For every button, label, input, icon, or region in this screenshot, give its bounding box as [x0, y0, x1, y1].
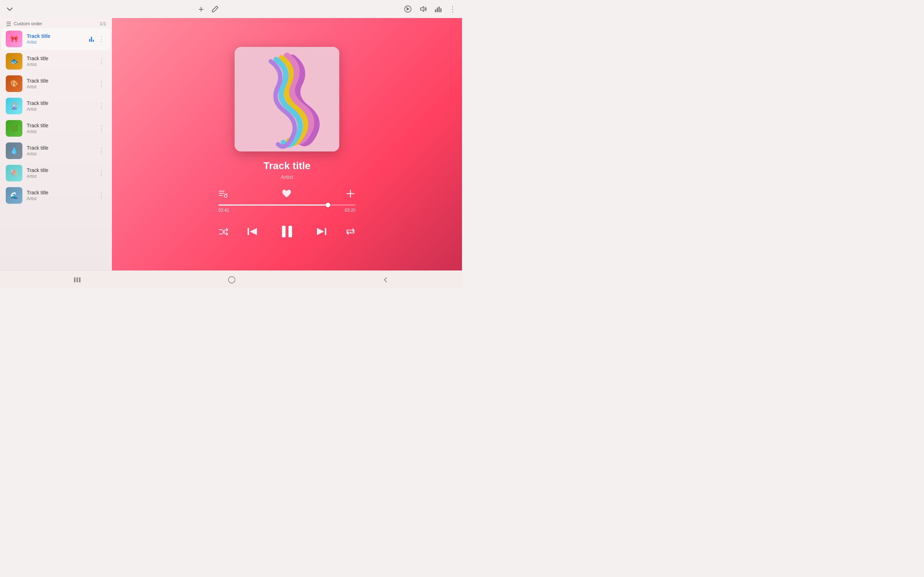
svg-rect-26 — [74, 277, 76, 282]
track-thumbnail: 💧 — [6, 142, 23, 159]
track-item[interactable]: 🐟 Track title Artist ⋮ — [2, 50, 110, 73]
track-info: Track title Artist — [27, 190, 97, 201]
track-artist: Artist — [27, 152, 97, 156]
add-track-button[interactable]: + — [198, 3, 204, 15]
track-title: Track title — [27, 145, 97, 151]
playing-bar — [89, 39, 90, 42]
track-more-button[interactable]: ⋮ — [97, 56, 106, 67]
shuffle-button[interactable] — [218, 227, 228, 235]
cast-button[interactable] — [404, 5, 412, 13]
more-options-button[interactable]: ⋮ — [449, 5, 456, 13]
svg-rect-28 — [79, 277, 81, 282]
svg-rect-7 — [440, 8, 441, 12]
track-item[interactable]: 🍭 Track title Artist ⋮ — [2, 162, 110, 184]
progress-bar-fill — [218, 205, 328, 206]
track-item[interactable]: 🌿 Track title Artist ⋮ — [2, 117, 110, 140]
track-title: Track title — [27, 33, 89, 39]
track-thumb-icon: 🎀 — [6, 31, 23, 47]
playlist-order: Custom order — [6, 21, 42, 26]
top-bar-right: ⋮ — [404, 5, 456, 13]
track-thumb-icon: 🌿 — [6, 120, 23, 137]
track-more-button[interactable]: ⋮ — [97, 78, 106, 89]
volume-button[interactable] — [419, 5, 427, 13]
track-thumb-icon: 🐟 — [6, 53, 23, 69]
player-panel: Track title Artist — [112, 18, 462, 271]
playlist-count: 1/1 — [100, 21, 106, 26]
track-artist: Artist — [27, 196, 97, 201]
play-pause-button[interactable] — [277, 221, 297, 242]
track-more-button[interactable]: ⋮ — [97, 123, 106, 134]
track-thumbnail: 🐟 — [6, 53, 23, 69]
svg-rect-23 — [325, 228, 326, 235]
track-thumb-icon: 🌊 — [6, 187, 23, 204]
total-time: 03:20 — [345, 208, 355, 213]
track-title: Track title — [27, 100, 97, 106]
svg-line-16 — [226, 193, 227, 194]
svg-marker-24 — [317, 228, 324, 235]
order-label: Custom order — [14, 21, 42, 26]
svg-rect-5 — [437, 8, 438, 12]
track-info: Track title Artist — [27, 122, 97, 134]
track-more-button[interactable]: ⋮ — [97, 190, 106, 201]
track-thumb-icon: 🍭 — [6, 165, 23, 181]
player-actions — [218, 189, 355, 199]
track-list[interactable]: 🎀 Track title Artist ⋮ 🐟 Track title Art… — [0, 28, 112, 271]
player-track-artist: Artist — [281, 174, 293, 180]
svg-point-29 — [228, 277, 235, 283]
playing-bar — [91, 37, 92, 42]
track-item[interactable]: 🎨 Track title Artist ⋮ — [2, 73, 110, 95]
svg-rect-22 — [288, 226, 292, 237]
track-info: Track title Artist — [27, 100, 97, 112]
playing-indicator — [89, 36, 94, 42]
progress-times: 02:41 03:20 — [218, 208, 355, 213]
menu-nav-button[interactable] — [73, 277, 81, 283]
svg-rect-6 — [439, 6, 439, 12]
svg-rect-27 — [76, 277, 78, 282]
track-item[interactable]: 🎀 Track title Artist ⋮ — [2, 28, 110, 50]
repeat-button[interactable]: A — [346, 227, 355, 236]
track-item[interactable]: 💧 Track title Artist ⋮ — [2, 140, 110, 162]
collapse-button[interactable] — [6, 5, 14, 13]
order-icon — [6, 21, 11, 26]
app-container: + — [0, 0, 462, 288]
track-item[interactable]: 🎡 Track title Artist ⋮ — [2, 95, 110, 117]
next-button[interactable] — [315, 226, 327, 237]
like-button[interactable] — [281, 189, 292, 198]
track-thumbnail: 🌿 — [6, 120, 23, 137]
home-nav-button[interactable] — [228, 276, 236, 284]
track-title: Track title — [27, 190, 97, 195]
track-artist: Artist — [27, 129, 97, 134]
track-more-button[interactable]: ⋮ — [97, 168, 106, 179]
track-info: Track title Artist — [27, 56, 97, 67]
track-item[interactable]: 🌊 Track title Artist ⋮ — [2, 184, 110, 206]
svg-rect-19 — [247, 228, 249, 235]
svg-rect-4 — [435, 10, 436, 12]
svg-marker-3 — [420, 6, 424, 11]
bottom-bar — [0, 271, 462, 288]
progress-thumb — [326, 203, 330, 207]
track-title: Track title — [27, 78, 97, 84]
track-more-button[interactable]: ⋮ — [97, 145, 106, 156]
track-title: Track title — [27, 56, 97, 61]
playlist-queue-button[interactable] — [218, 190, 228, 198]
track-more-button[interactable]: ⋮ — [97, 101, 106, 111]
track-title: Track title — [27, 122, 97, 128]
previous-button[interactable] — [247, 226, 258, 237]
current-time: 02:41 — [218, 208, 229, 213]
track-thumb-icon: 🎡 — [6, 98, 23, 114]
progress-container[interactable]: 02:41 03:20 — [218, 205, 355, 213]
track-artist: Artist — [27, 107, 97, 112]
add-to-playlist-button[interactable] — [346, 189, 355, 199]
svg-text:A: A — [350, 231, 352, 233]
playing-bar — [93, 40, 94, 42]
back-nav-button[interactable] — [382, 277, 389, 283]
track-more-button[interactable]: ⋮ — [97, 34, 106, 44]
track-thumbnail: 🌊 — [6, 187, 23, 204]
player-track-title: Track title — [263, 160, 311, 172]
progress-bar-track[interactable] — [218, 205, 355, 206]
equalizer-button[interactable] — [434, 5, 443, 13]
track-info: Track title Artist — [27, 33, 89, 45]
edit-button[interactable] — [211, 5, 219, 13]
track-artist: Artist — [27, 62, 97, 67]
track-thumb-icon: 💧 — [6, 142, 23, 159]
